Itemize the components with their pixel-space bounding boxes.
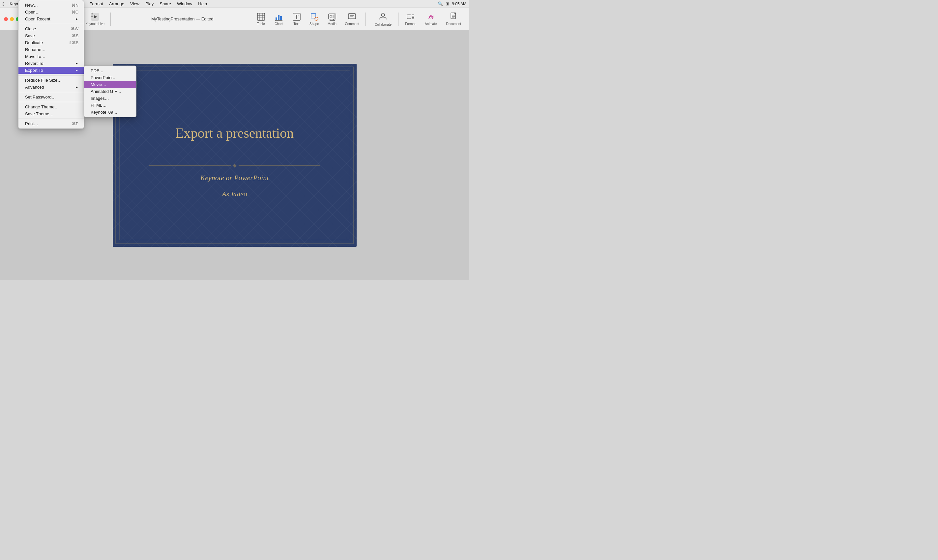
time-display: 9:05 AM bbox=[452, 2, 467, 6]
menubar-right: 🔍 ⊞ 9:05 AM bbox=[438, 1, 467, 6]
toolbar-separator-3 bbox=[365, 12, 365, 26]
comment-icon bbox=[348, 12, 356, 21]
toolbar-separator-4 bbox=[398, 12, 399, 26]
menu-item-advanced[interactable]: Advanced ► bbox=[18, 84, 84, 91]
minimize-button[interactable] bbox=[10, 17, 14, 21]
format-icon-area bbox=[406, 12, 415, 22]
slide-canvas: Export a presentation Keynote or PowerPo… bbox=[113, 64, 357, 247]
search-icon[interactable]: 🔍 bbox=[438, 1, 443, 6]
menu-item-print[interactable]: Print… ⌘P bbox=[18, 120, 84, 127]
format-button[interactable]: Format bbox=[401, 11, 420, 27]
separator-1 bbox=[18, 24, 84, 24]
menu-item-set-password[interactable]: Set Password… bbox=[18, 94, 84, 100]
menu-shortcut-save: ⌘S bbox=[72, 34, 79, 38]
menu-item-duplicate[interactable]: Duplicate ⇧⌘S bbox=[18, 39, 84, 46]
collaborate-icon bbox=[378, 12, 388, 21]
menu-item-close[interactable]: Close ⌘W bbox=[18, 25, 84, 32]
chart-label: Chart bbox=[274, 22, 282, 26]
menubar-window[interactable]: Window bbox=[174, 1, 195, 7]
svg-point-22 bbox=[330, 15, 332, 17]
menu-item-new[interactable]: New… ⌘N bbox=[18, 2, 84, 9]
menu-item-save[interactable]: Save ⌘S bbox=[18, 32, 84, 39]
svg-rect-26 bbox=[348, 14, 356, 19]
menubar-view[interactable]: View bbox=[128, 1, 142, 7]
menubar-arrange[interactable]: Arrange bbox=[106, 1, 127, 7]
export-pdf[interactable]: PDF… bbox=[84, 67, 136, 74]
close-button[interactable] bbox=[4, 17, 8, 21]
collaborate-label: Collaborate bbox=[375, 23, 391, 26]
export-movie[interactable]: Movie… bbox=[84, 81, 136, 88]
menubar-share[interactable]: Share bbox=[157, 1, 174, 7]
menu-shortcut-open: ⌘O bbox=[71, 10, 79, 14]
separator-5 bbox=[18, 118, 84, 119]
table-button[interactable]: Table bbox=[253, 11, 269, 27]
document-title: MyTestingPresentation — Edited bbox=[151, 17, 214, 22]
animate-button[interactable]: Animate bbox=[421, 11, 441, 27]
keynote-live-label: Keynote Live bbox=[85, 22, 105, 26]
menu-item-save-theme[interactable]: Save Theme… bbox=[18, 110, 84, 117]
table-label: Table bbox=[257, 22, 265, 26]
document-button[interactable]: Document bbox=[442, 11, 465, 27]
slide-divider bbox=[149, 165, 320, 167]
document-icon-area bbox=[449, 12, 458, 22]
menu-item-revert-to[interactable]: Revert To ► bbox=[18, 60, 84, 67]
arrow-advanced: ► bbox=[75, 85, 79, 89]
export-html[interactable]: HTML… bbox=[84, 102, 136, 109]
menu-shortcut-print: ⌘P bbox=[72, 122, 79, 126]
export-powerpoint[interactable]: PowerPoint… bbox=[84, 74, 136, 81]
slide-divider-line-right bbox=[239, 165, 320, 166]
export-submenu: PDF… PowerPoint… Movie… Animated GIF… Im… bbox=[84, 66, 136, 117]
separator-2 bbox=[18, 75, 84, 75]
shape-button[interactable]: Shape bbox=[306, 11, 323, 27]
menu-item-change-theme[interactable]: Change Theme… bbox=[18, 103, 84, 110]
animate-icon-area bbox=[426, 12, 435, 22]
menu-item-move-to[interactable]: Move To… bbox=[18, 53, 84, 60]
comment-button[interactable]: Comment bbox=[342, 11, 362, 27]
menu-item-reduce-file-size[interactable]: Reduce File Size… bbox=[18, 77, 84, 84]
export-images[interactable]: Images… bbox=[84, 95, 136, 102]
keynote-live-icon bbox=[90, 12, 100, 22]
slide-divider-diamond bbox=[233, 164, 236, 167]
slide-subtitle-1: Keynote or PowerPoint bbox=[200, 174, 269, 182]
menu-item-rename[interactable]: Rename… bbox=[18, 46, 84, 53]
collaborate-button[interactable]: Collaborate bbox=[371, 10, 396, 28]
animate-label: Animate bbox=[425, 22, 437, 26]
menu-item-open-recent[interactable]: Open Recent ► bbox=[18, 15, 84, 22]
apple-menu[interactable]:  bbox=[3, 1, 4, 6]
svg-point-29 bbox=[381, 13, 385, 17]
slide-border-inner bbox=[119, 71, 350, 240]
shape-icon-area bbox=[310, 12, 319, 22]
menubar-play[interactable]: Play bbox=[143, 1, 156, 7]
media-button[interactable]: Media bbox=[324, 11, 340, 27]
menubar-help[interactable]: Help bbox=[196, 1, 209, 7]
format-icon bbox=[406, 12, 415, 22]
text-icon-area: T bbox=[292, 12, 301, 22]
document-icon bbox=[449, 12, 458, 22]
table-icon bbox=[257, 12, 265, 21]
control-center-icon[interactable]: ⊞ bbox=[446, 1, 449, 6]
menu-item-open[interactable]: Open… ⌘O bbox=[18, 9, 84, 15]
chart-button[interactable]: Chart bbox=[271, 11, 287, 27]
svg-rect-13 bbox=[276, 17, 277, 20]
arrow-open-recent: ► bbox=[75, 17, 79, 21]
menubar-format[interactable]: Format bbox=[87, 1, 106, 7]
text-label: Text bbox=[293, 22, 299, 26]
table-icon-area bbox=[256, 12, 266, 22]
format-label: Format bbox=[405, 22, 416, 26]
menu-shortcut-duplicate: ⇧⌘S bbox=[69, 40, 79, 45]
svg-rect-15 bbox=[280, 16, 282, 20]
window-controls bbox=[4, 17, 20, 21]
media-icon bbox=[328, 12, 336, 21]
menu-item-export-to[interactable]: Export To ► PDF… PowerPoint… Movie… Anim… bbox=[18, 67, 84, 74]
toolbar-center: MyTestingPresentation — Edited bbox=[113, 17, 251, 22]
keynote-live-button[interactable]: Keynote Live bbox=[82, 11, 108, 27]
svg-rect-30 bbox=[407, 15, 411, 19]
export-keynote-09[interactable]: Keynote '09… bbox=[84, 109, 136, 115]
media-label: Media bbox=[328, 22, 336, 26]
text-button[interactable]: T Text bbox=[288, 11, 305, 27]
keynote-live-icon-area bbox=[90, 12, 100, 22]
export-animated-gif[interactable]: Animated GIF… bbox=[84, 88, 136, 95]
shape-label: Shape bbox=[310, 22, 319, 26]
text-icon: T bbox=[292, 12, 301, 21]
chart-icon bbox=[274, 12, 283, 21]
